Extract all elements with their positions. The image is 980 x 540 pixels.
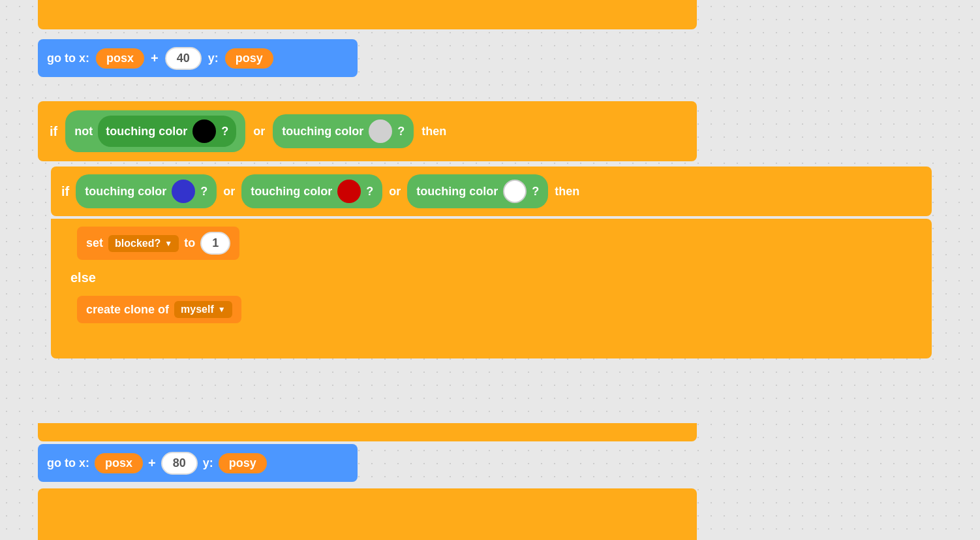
else-row: else — [51, 265, 932, 291]
color-circle-blue[interactable] — [172, 180, 195, 203]
else-label: else — [64, 270, 96, 285]
not-label: not — [74, 125, 93, 138]
myself-label: myself — [181, 304, 214, 315]
posy-oval-1[interactable]: posy — [225, 48, 273, 69]
question-4: ? — [366, 185, 373, 199]
goto-block-1[interactable]: go to x: posx + 40 y: posy — [38, 39, 358, 77]
dropdown-arrow-2[interactable]: ▼ — [218, 305, 226, 314]
touching-color-block-red[interactable]: touching color ? — [241, 174, 382, 208]
end-cap-inner — [51, 328, 932, 348]
set-label: set — [86, 236, 103, 250]
to-label: to — [184, 236, 195, 250]
then-label-2: then — [555, 185, 579, 199]
if-body-container: set blocked? ▼ to 1 else create clone of… — [51, 219, 932, 358]
outer-if-block: if not touching color ? or touching colo… — [38, 101, 697, 161]
posy-oval-2[interactable]: posy — [219, 453, 267, 473]
then-label-1: then — [421, 125, 446, 138]
blocked-label: blocked? — [115, 238, 161, 249]
or-label-2: or — [223, 185, 235, 199]
touching-color-label-3: touching color — [85, 185, 166, 199]
if-label-2: if — [61, 184, 69, 199]
create-clone-block[interactable]: create clone of myself ▼ — [77, 296, 241, 323]
set-row: set blocked? ▼ to 1 — [51, 219, 932, 265]
touching-color-label-1: touching color — [106, 125, 187, 138]
inner-if-block: if touching color ? or touching color ? … — [51, 167, 932, 216]
color-circle-red[interactable] — [337, 180, 361, 203]
or-label-1: or — [253, 125, 265, 138]
touching-color-label-5: touching color — [416, 185, 498, 199]
goto-block-2[interactable]: go to x: posx + 80 y: posy — [38, 444, 358, 482]
set-block[interactable]: set blocked? ▼ to 1 — [77, 227, 239, 260]
clone-row: create clone of myself ▼ — [51, 291, 932, 328]
plus-sign-1: + — [151, 51, 159, 66]
color-circle-white[interactable] — [503, 180, 527, 203]
goto-label-1: go to x: — [47, 52, 89, 65]
question-2: ? — [397, 125, 405, 138]
not-condition-block[interactable]: not touching color ? — [65, 110, 245, 152]
question-1: ? — [221, 125, 228, 138]
touching-color-block-blue[interactable]: touching color ? — [76, 174, 217, 208]
bottom-orange-bar — [38, 488, 697, 540]
goto-label-2: go to x: — [47, 456, 89, 470]
color-circle-black[interactable] — [192, 119, 216, 143]
value-oval-set[interactable]: 1 — [200, 232, 230, 255]
dropdown-arrow-1[interactable]: ▼ — [164, 239, 172, 248]
y-label-1: y: — [208, 52, 219, 65]
value-oval-2[interactable]: 80 — [161, 452, 198, 475]
touching-color-block-white[interactable]: touching color ? — [407, 174, 548, 208]
touching-color-block-1[interactable]: touching color ? — [98, 116, 236, 147]
touching-color-label-4: touching color — [251, 185, 332, 199]
myself-dropdown[interactable]: myself ▼ — [174, 301, 232, 318]
value-oval-1[interactable]: 40 — [165, 47, 202, 70]
outer-if-close-cap — [38, 423, 697, 441]
or-label-3: or — [389, 185, 401, 199]
posx-oval-2[interactable]: posx — [95, 453, 143, 473]
question-5: ? — [532, 185, 539, 199]
y-label-2: y: — [203, 456, 213, 470]
posx-oval-1[interactable]: posx — [96, 48, 144, 69]
if-label-1: if — [50, 124, 57, 139]
touching-color-block-2[interactable]: touching color ? — [273, 114, 414, 148]
top-orange-bar — [38, 0, 697, 29]
create-clone-label: create clone of — [86, 303, 169, 317]
color-circle-lightgray[interactable] — [369, 119, 392, 143]
plus-sign-2: + — [148, 456, 156, 471]
question-3: ? — [200, 185, 207, 199]
touching-color-label-2: touching color — [282, 125, 363, 138]
blocked-dropdown[interactable]: blocked? ▼ — [108, 235, 179, 252]
